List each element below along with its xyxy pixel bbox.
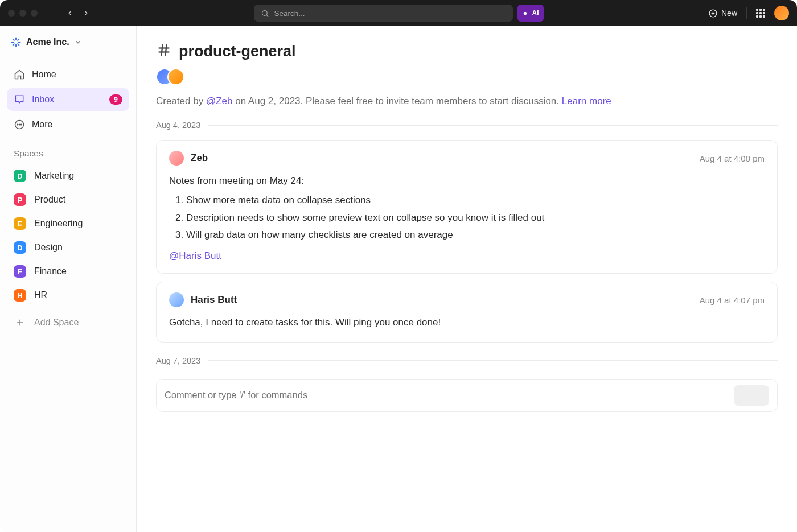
user-mention[interactable]: @Haris Butt [169, 250, 221, 261]
svg-line-13 [13, 44, 14, 46]
list-item: Show more meta data on collapse sections [186, 193, 765, 208]
space-icon: F [14, 265, 26, 278]
channel-members[interactable] [156, 68, 778, 85]
nav-more[interactable]: More [7, 113, 129, 136]
inbox-badge: 9 [109, 94, 122, 105]
channel-description: Created by @Zeb on Aug 2, 2023. Please f… [156, 96, 778, 107]
svg-point-16 [19, 124, 20, 125]
comment-input[interactable] [165, 390, 728, 401]
space-hr[interactable]: HHR [7, 284, 129, 307]
workspace-logo-icon [10, 36, 22, 48]
space-label: Product [34, 195, 65, 205]
chevron-down-icon [74, 38, 82, 46]
learn-more-link[interactable]: Learn more [562, 96, 611, 106]
space-label: Finance [34, 266, 67, 277]
list-item: Description needs to show some preview t… [186, 211, 765, 225]
inbox-icon [14, 94, 25, 105]
channel-name: product-general [179, 43, 296, 60]
spaces-header: Spaces [0, 139, 136, 162]
user-avatar[interactable] [774, 6, 789, 20]
ai-button[interactable]: AI [517, 5, 544, 22]
space-design[interactable]: DDesign [7, 236, 129, 259]
space-icon: E [14, 217, 26, 230]
svg-point-2 [524, 11, 527, 14]
new-button[interactable]: New [708, 9, 737, 18]
global-search[interactable]: Search... [254, 5, 513, 22]
space-icon: D [14, 241, 26, 254]
search-icon [261, 9, 269, 18]
home-icon [14, 69, 25, 80]
sidebar: Acme Inc. Home Inbox 9 More Spaces DMark… [0, 26, 137, 532]
author-avatar[interactable] [169, 151, 184, 166]
creator-mention[interactable]: @Zeb [206, 96, 233, 106]
space-finance[interactable]: FFinance [7, 260, 129, 283]
nav-back-icon[interactable] [66, 9, 74, 17]
space-icon: D [14, 170, 26, 182]
svg-point-17 [21, 124, 22, 125]
author-name[interactable]: Zeb [191, 152, 208, 164]
space-label: Design [34, 242, 63, 253]
hash-icon [156, 42, 172, 60]
nav-home[interactable]: Home [7, 63, 129, 86]
svg-line-12 [18, 39, 19, 40]
workspace-switcher[interactable]: Acme Inc. [0, 26, 136, 57]
message-time: Aug 4 at 4:00 pm [700, 154, 765, 163]
plus-circle-icon [708, 9, 718, 18]
author-name[interactable]: Haris Butt [191, 294, 237, 306]
space-label: Marketing [34, 171, 74, 181]
ellipsis-circle-icon [14, 119, 25, 130]
svg-line-1 [267, 15, 269, 17]
message: Haris Butt Aug 4 at 4:07 pm Gotcha, I ne… [156, 282, 778, 342]
nav-forward-icon[interactable] [82, 9, 90, 17]
list-item: Will grab data on how many checklists ar… [186, 228, 765, 242]
message-time: Aug 4 at 4:07 pm [700, 295, 765, 305]
date-divider: Aug 7, 2023 [156, 356, 778, 365]
add-space-button[interactable]: Add Space [7, 311, 129, 334]
sparkle-icon [521, 10, 529, 17]
plus-icon [14, 316, 26, 329]
svg-line-11 [18, 44, 19, 46]
message: Zeb Aug 4 at 4:00 pm Notes from meeting … [156, 140, 778, 274]
apps-button[interactable] [756, 9, 765, 18]
space-product[interactable]: PProduct [7, 188, 129, 211]
space-label: Engineering [34, 218, 83, 229]
window-controls[interactable] [8, 10, 38, 17]
svg-line-23 [165, 44, 166, 56]
titlebar: Search... AI New [0, 0, 797, 26]
space-icon: H [14, 289, 26, 302]
svg-point-0 [262, 10, 268, 15]
nav-inbox[interactable]: Inbox 9 [7, 88, 129, 111]
space-engineering[interactable]: EEngineering [7, 212, 129, 235]
member-avatar [167, 68, 184, 85]
svg-point-15 [17, 124, 18, 125]
space-label: HR [34, 290, 47, 300]
author-avatar[interactable] [169, 292, 184, 307]
date-divider: Aug 4, 2023 [156, 121, 778, 130]
svg-line-22 [161, 44, 162, 56]
comment-composer[interactable] [156, 379, 778, 412]
space-icon: P [14, 193, 26, 206]
search-placeholder: Search... [274, 9, 305, 18]
space-marketing[interactable]: DMarketing [7, 164, 129, 187]
svg-line-10 [13, 39, 14, 40]
workspace-name: Acme Inc. [26, 37, 69, 47]
send-button[interactable] [734, 385, 769, 406]
main-content: product-general Created by @Zeb on Aug 2… [137, 26, 797, 532]
